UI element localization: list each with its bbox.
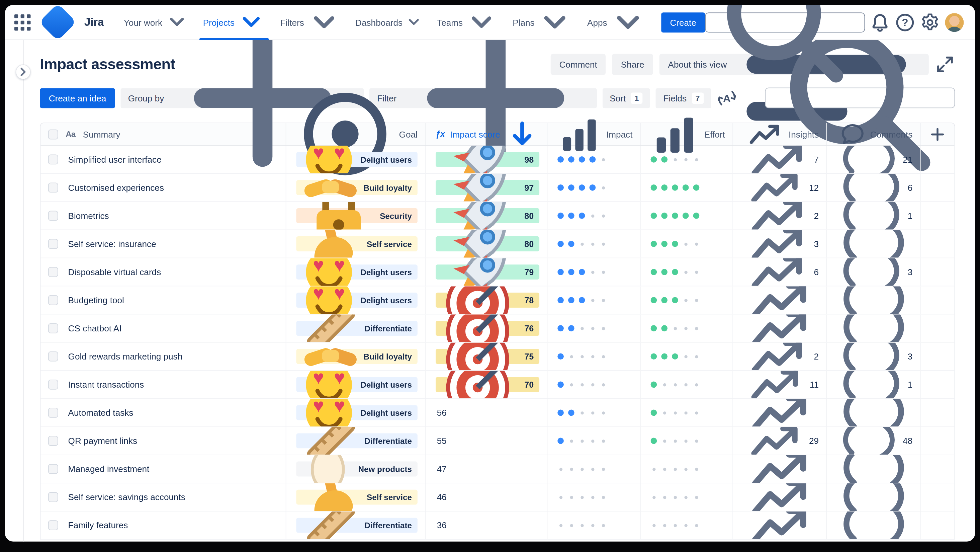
impact-dots[interactable] [557, 269, 606, 275]
impact-cell[interactable] [547, 315, 640, 342]
impact-dots[interactable] [557, 522, 606, 528]
impact-dots[interactable] [557, 297, 606, 303]
impact-cell[interactable] [547, 258, 640, 286]
insights-cell[interactable]: 2 [733, 343, 827, 370]
impact-score-cell[interactable]: 79 [426, 258, 547, 286]
comments-cell[interactable] [827, 455, 920, 483]
effort-cell[interactable] [641, 371, 733, 398]
goal-badge[interactable]: Self service [296, 236, 417, 251]
jira-logo[interactable]: Jira [32, 5, 110, 45]
row-checkbox[interactable] [48, 520, 58, 530]
impact-dots[interactable] [557, 381, 606, 388]
goal-badge[interactable]: New products [296, 462, 417, 477]
effort-dots[interactable] [651, 438, 700, 444]
summary-cell[interactable]: Customised experiences [40, 174, 286, 201]
insights-cell[interactable]: 6 [733, 258, 827, 286]
add-field-button[interactable] [929, 126, 946, 143]
goal-cell[interactable]: Build loyalty [286, 343, 426, 370]
impact-cell[interactable] [547, 146, 640, 173]
summary-cell[interactable]: Simplified user interface [40, 146, 286, 173]
effort-column-header[interactable]: Effort [641, 123, 733, 145]
insights-cell[interactable] [733, 399, 827, 426]
impact-dots[interactable] [557, 438, 606, 444]
comments-cell[interactable]: 48 [827, 427, 920, 455]
comments-cell[interactable]: 21 [827, 146, 920, 173]
notifications-button[interactable] [870, 12, 890, 32]
impact-cell[interactable] [547, 230, 640, 257]
effort-cell[interactable] [641, 455, 733, 483]
effort-dots[interactable] [651, 241, 700, 247]
summary-cell[interactable]: Self service: insurance [40, 230, 286, 257]
summary-cell[interactable]: Instant transactions [40, 371, 286, 398]
impact-dots[interactable] [557, 466, 606, 472]
insights-cell[interactable] [733, 455, 827, 483]
effort-dots[interactable] [651, 466, 700, 472]
impact-score-cell[interactable]: 46 [426, 483, 547, 511]
row-checkbox[interactable] [48, 182, 58, 193]
row-checkbox[interactable] [48, 408, 58, 418]
goal-cell[interactable]: ♥♥ Delight users [286, 258, 426, 286]
impact-score-column-header[interactable]: ƒx Impact score [426, 123, 547, 145]
impact-score-cell[interactable]: 70 [426, 371, 547, 398]
summary-cell[interactable]: Automated tasks [40, 399, 286, 426]
goal-badge[interactable]: ♥♥ Delight users [296, 405, 417, 420]
effort-dots[interactable] [651, 212, 700, 219]
effort-cell[interactable] [641, 315, 733, 342]
select-all-checkbox[interactable] [48, 129, 58, 139]
nav-item-your-work[interactable]: Your work [116, 5, 196, 40]
effort-cell[interactable] [641, 399, 733, 426]
row-checkbox[interactable] [48, 323, 58, 333]
goal-badge[interactable]: ♥♥ Delight users [296, 265, 417, 279]
impact-score-cell[interactable]: 78 [426, 287, 547, 314]
effort-cell[interactable] [641, 427, 733, 455]
effort-cell[interactable] [641, 287, 733, 314]
impact-dots[interactable] [557, 212, 606, 219]
impact-score-cell[interactable]: 98 [426, 146, 547, 173]
impact-dots[interactable] [557, 325, 606, 332]
summary-cell[interactable]: CS chatbot AI [40, 315, 286, 342]
row-checkbox[interactable] [48, 351, 58, 362]
impact-dots[interactable] [557, 241, 606, 247]
table-row[interactable]: Biometrics Security 80 2 1 [40, 202, 954, 230]
table-row[interactable]: Self service: insurance Self service 80 … [40, 230, 954, 258]
summary-cell[interactable]: Biometrics [40, 202, 286, 229]
goal-cell[interactable]: Self service [286, 230, 426, 257]
goal-badge[interactable]: ♥♥ Delight users [296, 377, 417, 392]
impact-cell[interactable] [547, 455, 640, 483]
impact-score-cell[interactable]: 80 [426, 230, 547, 257]
effort-cell[interactable] [641, 202, 733, 229]
effort-dots[interactable] [651, 353, 700, 359]
effort-cell[interactable] [641, 230, 733, 257]
comments-cell[interactable]: 6 [827, 174, 920, 201]
goal-cell[interactable]: Build loyalty [286, 174, 426, 201]
goal-badge[interactable]: Build loyalty [296, 349, 417, 364]
effort-cell[interactable] [641, 146, 733, 173]
goal-cell[interactable]: Differentiate [286, 315, 426, 342]
table-row[interactable]: Disposable virtual cards ♥♥ Delight user… [40, 258, 954, 286]
goal-badge[interactable]: Build loyalty [296, 180, 417, 195]
nav-item-plans[interactable]: Plans [505, 5, 580, 40]
effort-dots[interactable] [651, 381, 700, 388]
goal-badge[interactable]: Security [296, 208, 417, 223]
impact-cell[interactable] [547, 512, 640, 539]
create-idea-button[interactable]: Create an idea [40, 88, 115, 108]
effort-cell[interactable] [641, 512, 733, 539]
goal-cell[interactable]: Differentiate [286, 427, 426, 455]
insights-cell[interactable]: 29 [733, 427, 827, 455]
impact-column-header[interactable]: Impact [547, 123, 640, 145]
effort-dots[interactable] [651, 269, 700, 275]
comments-cell[interactable]: 1 [827, 202, 920, 229]
impact-dots[interactable] [557, 185, 606, 191]
insights-column-header[interactable]: Insights [733, 123, 827, 145]
impact-score-cell[interactable]: 36 [426, 512, 547, 539]
effort-dots[interactable] [651, 522, 700, 528]
impact-score-cell[interactable]: 56 [426, 399, 547, 426]
share-button[interactable]: Share [612, 54, 653, 75]
table-row[interactable]: QR payment links Differentiate 55 29 4 [40, 427, 954, 455]
goal-cell[interactable]: ♥♥ Delight users [286, 371, 426, 398]
comments-cell[interactable] [827, 512, 920, 539]
impact-cell[interactable] [547, 371, 640, 398]
insights-cell[interactable] [733, 512, 827, 539]
insights-cell[interactable]: 12 [733, 174, 827, 201]
table-row[interactable]: Gold rewards marketing push Build loyalt… [40, 343, 954, 371]
